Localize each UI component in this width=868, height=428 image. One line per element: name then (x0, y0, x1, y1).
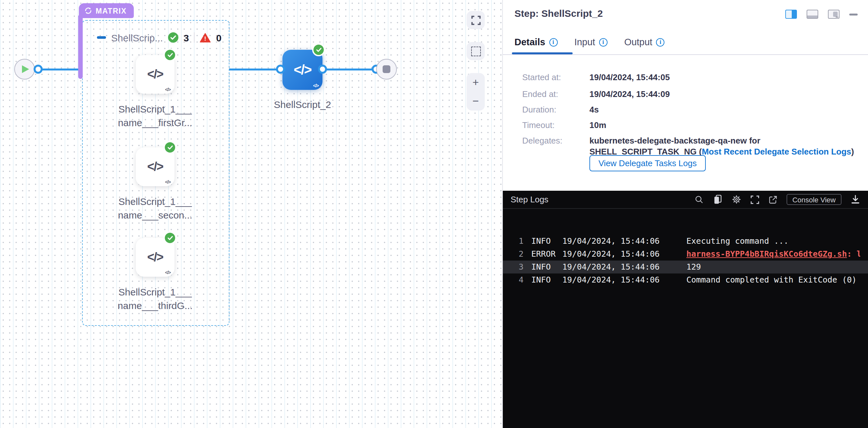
selected-node-label: ShellScript_2 (257, 98, 348, 112)
tab-output-label: Output (624, 37, 652, 47)
detail-row-duration: Duration: 4s (522, 104, 599, 115)
marquee-select-button[interactable] (467, 42, 485, 60)
started-label: Started at: (522, 72, 589, 83)
matrix-side-bar (78, 16, 83, 79)
tab-input[interactable]: Input (574, 37, 608, 47)
view-delegate-tasks-logs-label: View Delegate Tasks Logs (598, 158, 697, 168)
tab-details[interactable]: Details (515, 37, 557, 47)
node-label-line1: ShellScript_1___ (110, 285, 200, 299)
view-delegate-tasks-logs-button[interactable]: View Delegate Tasks Logs (589, 155, 706, 171)
play-icon (22, 65, 29, 73)
node-label: ShellScript_1___ name___secon... (110, 194, 200, 222)
log-line-2[interactable]: 2 ERROR 19/04/2024, 15:44:06 harness-BYP… (503, 248, 868, 261)
fit-to-screen-button[interactable] (467, 11, 485, 29)
floating-panel-layout-icon[interactable] (828, 10, 840, 19)
matrix-tag-label: MATRIX (96, 7, 127, 14)
node-label-line2: name___firstGr... (110, 116, 200, 130)
log-message: Executing command ... (686, 235, 788, 248)
log-message: 129 (686, 261, 701, 273)
delegate-selection-logs-link[interactable]: Most Recent Delegate Selection Logs (702, 147, 851, 156)
info-icon[interactable] (656, 38, 665, 46)
success-count: 3 (184, 32, 189, 43)
success-badge (163, 232, 177, 244)
svg-text:!: ! (205, 35, 207, 42)
open-external-icon[interactable] (769, 195, 777, 204)
node-label-line1: ShellScript_1___ (110, 102, 200, 116)
error-warning-icon: ! (200, 33, 211, 42)
edge-step2-to-end (322, 68, 376, 70)
detail-row-timeout: Timeout: 10m (522, 120, 606, 131)
connector-dot (276, 65, 285, 74)
step-logs-title: Step Logs (510, 194, 549, 204)
collapse-icon[interactable] (97, 36, 106, 39)
log-line-3-highlighted[interactable]: 3 INFO 19/04/2024, 15:44:06 129 (503, 261, 868, 273)
started-value: 19/04/2024, 15:44:05 (589, 72, 670, 83)
tab-output[interactable]: Output (624, 37, 665, 47)
ended-value: 19/04/2024, 15:44:09 (589, 89, 670, 99)
marquee-select-icon (471, 46, 480, 56)
zoom-control: + − (467, 73, 485, 111)
node-label-line2: name___thirdG... (110, 299, 200, 313)
log-timestamp: 19/04/2024, 15:44:06 (562, 248, 660, 261)
horizontal-split-layout-icon[interactable] (807, 10, 818, 19)
fullscreen-icon[interactable] (750, 195, 760, 204)
download-icon[interactable] (850, 194, 860, 204)
step-logs-panel: Step Logs (503, 191, 868, 428)
panel-tabs: Details Input Output (515, 37, 665, 47)
panel-title: Step: ShellScript_2 (515, 8, 603, 19)
delegates-value: kubernetes-delegate-backstage-qa-new for… (589, 135, 854, 157)
copy-icon[interactable] (713, 194, 722, 204)
shell-script-mini-icon: </> (165, 180, 170, 184)
log-line-number: 2 (510, 248, 524, 261)
duration-value: 4s (589, 104, 599, 115)
zoom-in-button[interactable]: + (472, 77, 479, 88)
shell-script-mini-icon: </> (165, 270, 170, 275)
shell-script-mini-icon: </> (313, 83, 319, 88)
active-tab-underline (512, 52, 572, 54)
log-level: INFO (531, 261, 562, 273)
connector-dot (34, 65, 43, 74)
log-message: Command completed with ExitCode (0) (686, 273, 857, 286)
success-badge (312, 43, 325, 56)
duration-label: Duration: (522, 104, 589, 115)
log-timestamp: 19/04/2024, 15:44:06 (562, 273, 660, 286)
stop-icon (383, 65, 391, 73)
pipeline-end-node[interactable] (376, 59, 397, 80)
settings-gear-icon[interactable] (732, 194, 741, 204)
timeout-label: Timeout: (522, 120, 589, 131)
delegates-line1: kubernetes-delegate-backstage-qa-new for (589, 136, 761, 146)
node-label: ShellScript_1___ name___thirdG... (110, 285, 200, 313)
info-icon[interactable] (599, 38, 608, 46)
info-icon[interactable] (549, 38, 557, 46)
script-file-link[interactable]: harness-BYPP4bBIRqisKCo6dteGZg.sh (686, 249, 847, 258)
log-level: INFO (531, 235, 562, 248)
log-level: INFO (531, 273, 562, 286)
connector-dot (318, 65, 327, 74)
console-view-button[interactable]: Console View (786, 194, 841, 205)
log-line-number: 3 (510, 261, 524, 273)
detail-row-ended: Ended at: 19/04/2024, 15:44:09 (522, 89, 670, 99)
node-label-line1: ShellScript_1___ (110, 194, 200, 209)
search-icon[interactable] (695, 195, 704, 204)
pipeline-canvas[interactable]: MATRIX ShellScrip... 3 ! 0 </> </> (0, 0, 503, 428)
step-details-panel: Step: ShellScript_2 Details Input Output (503, 0, 868, 428)
vertical-split-layout-icon[interactable] (785, 10, 797, 19)
step-logs-header: Step Logs (503, 191, 868, 209)
delegates-line2-suffix: ) (851, 147, 854, 156)
minimize-icon[interactable] (849, 13, 858, 15)
panel-layout-controls (785, 10, 858, 19)
log-line-1[interactable]: 1 INFO 19/04/2024, 15:44:06 Executing co… (503, 235, 868, 248)
log-level: ERROR (531, 248, 562, 261)
log-output[interactable]: 1 INFO 19/04/2024, 15:44:06 Executing co… (503, 209, 868, 286)
matrix-step-label[interactable]: ShellScrip... (111, 32, 163, 43)
log-line-4[interactable]: 4 INFO 19/04/2024, 15:44:06 Command comp… (503, 273, 868, 286)
matrix-header: ShellScrip... 3 ! 0 (97, 31, 221, 44)
pipeline-start-node[interactable] (14, 59, 35, 80)
success-check-icon (168, 32, 178, 43)
shell-script-icon: </> (147, 67, 163, 82)
detail-row-delegates: Delegates: kubernetes-delegate-backstage… (522, 135, 854, 157)
log-error-text: : line (847, 249, 860, 258)
matrix-tag[interactable]: MATRIX (79, 3, 134, 18)
log-timestamp: 19/04/2024, 15:44:06 (562, 235, 660, 248)
zoom-out-button[interactable]: − (472, 96, 479, 107)
